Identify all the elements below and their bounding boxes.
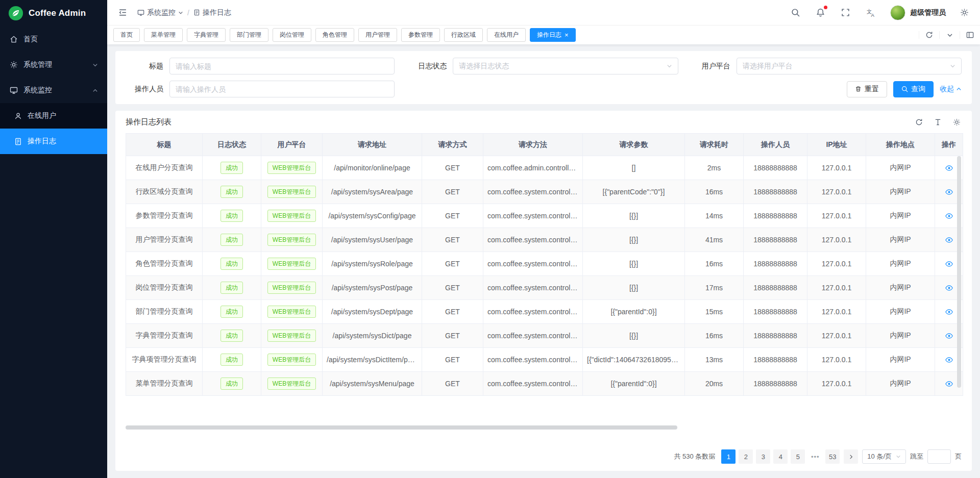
tab-close-icon[interactable]: × — [565, 32, 569, 38]
cell-request-method: GET — [422, 204, 483, 228]
cell-title: 用户管理分页查询 — [126, 228, 203, 252]
pager-page-53[interactable]: 53 — [825, 449, 840, 464]
pager-page-3[interactable]: 3 — [756, 449, 770, 464]
pager-ellipsis[interactable]: ••• — [808, 449, 822, 464]
view-detail-eye-icon[interactable] — [944, 331, 954, 341]
cell-request-url: /api/system/sysArea/page — [323, 180, 422, 204]
tab-5[interactable]: 角色管理 — [315, 28, 354, 42]
collapse-filters-link[interactable]: 收起 — [940, 85, 962, 94]
filter-operator-field: 操作人员 — [126, 81, 395, 97]
status-badge: 成功 — [220, 210, 243, 222]
user-menu[interactable]: 超级管理员 — [890, 5, 946, 20]
table-row[interactable]: 行政区域分页查询 成功 WEB管理后台 /api/system/sysArea/… — [126, 180, 963, 204]
table-row[interactable]: 字典项管理分页查询 成功 WEB管理后台 /api/system/sysDict… — [126, 348, 963, 372]
pager-pages: 12345•••53 — [721, 449, 840, 464]
cell-location: 内网IP — [866, 180, 935, 204]
layout-panel-icon[interactable] — [960, 31, 980, 39]
view-detail-eye-icon[interactable] — [944, 259, 954, 269]
tab-1[interactable]: 菜单管理 — [144, 28, 183, 42]
table-row[interactable]: 用户管理分页查询 成功 WEB管理后台 /api/system/sysUser/… — [126, 228, 963, 252]
tab-4[interactable]: 岗位管理 — [273, 28, 311, 42]
view-detail-eye-icon[interactable] — [944, 355, 954, 365]
table-row[interactable]: 参数管理分页查询 成功 WEB管理后台 /api/system/sysConfi… — [126, 204, 963, 228]
jump-page-input[interactable] — [927, 449, 951, 464]
tab-bar-controls — [919, 31, 980, 39]
view-detail-eye-icon[interactable] — [944, 235, 954, 245]
pager-page-4[interactable]: 4 — [773, 449, 788, 464]
view-detail-eye-icon[interactable] — [944, 283, 954, 293]
sidebar-item-operation-log[interactable]: 操作日志 — [0, 129, 107, 154]
pager-page-2[interactable]: 2 — [739, 449, 753, 464]
tab-10[interactable]: 操作日志× — [530, 28, 576, 42]
table-row[interactable]: 角色管理分页查询 成功 WEB管理后台 /api/system/sysRole/… — [126, 252, 963, 276]
status-select[interactable]: 请选择日志状态 — [453, 58, 678, 74]
sidebar-menu: 首页 系统管理 系统监控 — [0, 27, 107, 154]
search-icon[interactable] — [789, 6, 802, 19]
column-header: 日志状态 — [203, 134, 261, 156]
table-row[interactable]: 字典管理分页查询 成功 WEB管理后台 /api/system/sysDict/… — [126, 324, 963, 348]
sidebar-item-system-monitor[interactable]: 系统监控 — [0, 78, 107, 103]
column-header: 标题 — [126, 134, 203, 156]
vertical-scrollbar[interactable] — [957, 156, 961, 395]
cell-request-handler: com.coffee.system.controlle... — [483, 324, 583, 348]
title-input[interactable] — [176, 62, 388, 70]
pager-page-5[interactable]: 5 — [791, 449, 805, 464]
cell-operator: 18888888888 — [744, 324, 807, 348]
home-icon — [9, 35, 18, 43]
tab-9[interactable]: 在线用户 — [487, 28, 526, 42]
view-detail-eye-icon[interactable] — [944, 307, 954, 317]
cell-request-handler: com.coffee.system.controlle... — [483, 180, 583, 204]
platform-select[interactable]: 请选择用户平台 — [737, 58, 962, 74]
table-row[interactable]: 部门管理分页查询 成功 WEB管理后台 /api/system/sysDept/… — [126, 300, 963, 324]
sidebar-item-online-users[interactable]: 在线用户 — [0, 103, 107, 129]
pagination-total: 共 530 条数据 — [674, 452, 715, 461]
cell-request-url: /api/system/sysUser/page — [323, 228, 422, 252]
next-page-button[interactable] — [844, 449, 858, 464]
tab-actions-chevron-icon[interactable] — [939, 31, 960, 39]
column-settings-gear-icon[interactable] — [952, 117, 962, 127]
cell-operator: 18888888888 — [744, 156, 807, 180]
tab-0[interactable]: 首页 — [113, 28, 140, 42]
trash-icon — [855, 86, 862, 92]
cell-operator: 18888888888 — [744, 372, 807, 396]
horizontal-scrollbar[interactable] — [126, 425, 962, 430]
view-detail-eye-icon[interactable] — [944, 379, 954, 389]
tab-7[interactable]: 参数管理 — [401, 28, 440, 42]
row-density-icon[interactable] — [933, 117, 943, 127]
tab-6[interactable]: 用户管理 — [358, 28, 397, 42]
view-detail-eye-icon[interactable] — [944, 187, 954, 197]
view-detail-eye-icon[interactable] — [944, 163, 954, 173]
tab-2[interactable]: 字典管理 — [187, 28, 226, 42]
table-row[interactable]: 在线用户分页查询 成功 WEB管理后台 /api/monitor/online/… — [126, 156, 963, 180]
table-row[interactable]: 岗位管理分页查询 成功 WEB管理后台 /api/system/sysPost/… — [126, 276, 963, 300]
translate-icon[interactable]: 文A — [864, 6, 878, 19]
settings-gear-icon[interactable] — [958, 6, 971, 19]
operator-input[interactable] — [176, 85, 388, 93]
pager-page-1[interactable]: 1 — [721, 449, 736, 464]
platform-badge: WEB管理后台 — [267, 234, 316, 246]
page-size-select[interactable]: 10 条/页 — [862, 449, 906, 464]
sidebar: Coffee Admin 首页 系统管理 — [0, 0, 107, 478]
reset-button[interactable]: 重置 — [847, 81, 887, 97]
platform-badge: WEB管理后台 — [267, 306, 316, 318]
cell-status: 成功 — [203, 156, 261, 180]
tab-8[interactable]: 行政区域 — [444, 28, 483, 42]
tab-3[interactable]: 部门管理 — [230, 28, 268, 42]
sidebar-collapse-button[interactable] — [116, 6, 129, 19]
view-detail-eye-icon[interactable] — [944, 211, 954, 221]
cell-request-handler: com.coffee.system.controlle... — [483, 372, 583, 396]
sidebar-item-system-management[interactable]: 系统管理 — [0, 52, 107, 78]
cell-location: 内网IP — [866, 300, 935, 324]
cell-duration: 41ms — [685, 228, 744, 252]
sidebar-item-home[interactable]: 首页 — [0, 27, 107, 52]
refresh-tab-icon[interactable] — [919, 31, 939, 39]
breadcrumb-parent[interactable]: 系统监控 — [137, 8, 183, 17]
notification-bell-icon[interactable] — [814, 6, 827, 19]
fullscreen-icon[interactable] — [839, 6, 852, 19]
refresh-table-icon[interactable] — [914, 117, 924, 127]
log-list-panel: 操作日志列表 — [115, 111, 972, 471]
platform-badge: WEB管理后台 — [267, 210, 316, 222]
table-row[interactable]: 菜单管理分页查询 成功 WEB管理后台 /api/system/sysMenu/… — [126, 372, 963, 396]
search-button[interactable]: 查询 — [893, 81, 934, 97]
status-badge: 成功 — [220, 330, 243, 342]
